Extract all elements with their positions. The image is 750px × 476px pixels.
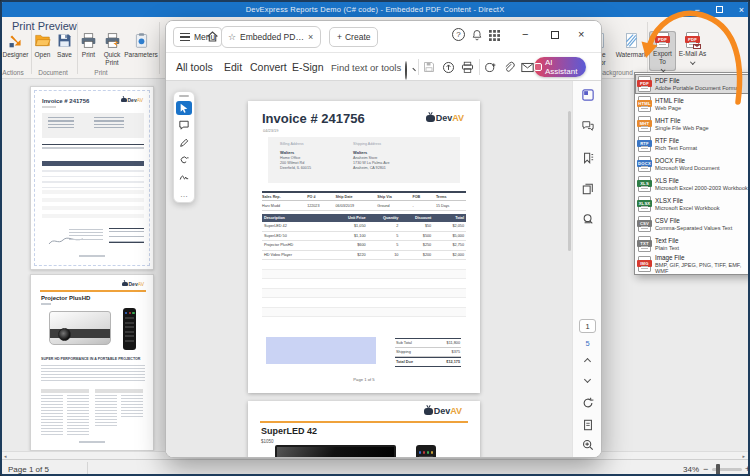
tab-close-icon[interactable]: × — [308, 32, 313, 42]
empty-row — [262, 270, 466, 280]
email-button[interactable] — [521, 62, 534, 73]
rotate-page-button[interactable] — [573, 397, 602, 409]
comments-panel-button[interactable] — [573, 120, 602, 132]
parameters-button[interactable]: Parameters — [126, 31, 156, 71]
open-button[interactable]: Open — [32, 31, 53, 71]
thumb-totals — [109, 228, 144, 243]
envelope-icon — [693, 44, 701, 50]
pdf-minimize-button[interactable]: − — [522, 28, 528, 40]
watermark-button[interactable]: Watermark — [615, 31, 648, 71]
help-button[interactable]: ? — [452, 28, 465, 41]
menu-item-html-file[interactable]: HTML HTML FileWeb Page — [635, 94, 750, 114]
tool-palette: … — [173, 91, 195, 203]
menu-item-csv-file[interactable]: CSV CSV FileComma-Separated Values Text — [635, 214, 750, 234]
pdf-close-button[interactable]: × — [578, 28, 584, 40]
quick-print-button[interactable]: Quick Print — [99, 31, 125, 71]
add-stamp-button[interactable] — [484, 61, 497, 74]
save-button[interactable]: Save — [54, 31, 75, 71]
page-footer: Page 1 of 5 — [248, 377, 480, 382]
minimize-button[interactable]: − — [694, 5, 699, 15]
chevron-down-icon — [690, 59, 695, 64]
menu-item-pdf-file[interactable]: PDF PDF FileAdobe Portable Document Form… — [635, 74, 750, 94]
pencil-tool-button[interactable] — [176, 136, 192, 150]
search-icon[interactable] — [405, 61, 407, 80]
invoice-items-table: Description Unit Price Quantity Discount… — [262, 214, 466, 317]
group-label-print: Print — [66, 69, 136, 76]
email-as-button[interactable]: PDF E-Mail As — [678, 31, 707, 71]
menu-item-xlsx-file[interactable]: XLSX XLSX FileMicrosoft Excel Workbook — [635, 194, 750, 214]
pdf-document-area: … Invoice # 241756 04/23/19 Dev AV Billi… — [166, 81, 574, 458]
text-line-placeholder — [41, 303, 51, 305]
fit-page-button[interactable] — [573, 419, 602, 431]
nav-all-tools[interactable]: All tools — [176, 61, 213, 73]
zoom-slider-thumb[interactable] — [716, 464, 720, 475]
stamp-panel-button[interactable] — [573, 213, 602, 225]
menu-item-rtf-file[interactable]: RTF RTF FileRich Text Format — [635, 134, 750, 154]
select-tool-button[interactable] — [176, 101, 192, 115]
nav-convert[interactable]: Convert — [250, 61, 287, 73]
invoice-info-table: Sales Rep. PO # Ship Date Ship Via FOB T… — [262, 191, 466, 211]
window-titlebar: DevExpress Reports Demo (C# code) - Embe… — [2, 2, 748, 17]
thumbnail-page-1[interactable]: Invoice # 241756 DevAV — [30, 86, 154, 270]
notifications-button[interactable] — [471, 29, 483, 41]
xls-file-icon: XLS — [638, 176, 651, 192]
create-tab-button[interactable]: + Create — [329, 27, 378, 47]
previous-page-button[interactable] — [573, 359, 602, 364]
open-folder-icon — [34, 32, 51, 49]
sign-tool-button[interactable] — [176, 170, 192, 184]
thumb-specs-header — [41, 389, 89, 393]
menu-item-xls-file[interactable]: XLS XLS FileMicrosoft Excel 2000-2003 Wo… — [635, 174, 750, 194]
link-attach-button[interactable] — [503, 61, 516, 74]
export-to-button[interactable]: PDF Export To — [649, 31, 676, 71]
more-tools-button[interactable]: … — [176, 188, 192, 202]
page-number-input[interactable]: 1 — [579, 319, 596, 333]
menu-item-mht-file[interactable]: MHT MHT FileSingle File Web Page — [635, 114, 750, 134]
ai-assistant-button[interactable]: AI Assistant — [534, 57, 586, 77]
menu-item-text-file[interactable]: TXT Text FilePlain Text — [635, 234, 750, 254]
highlight-tool-button[interactable] — [176, 153, 192, 167]
rtf-file-icon: RTF — [638, 136, 651, 152]
invoice-totals: Sub Total$11,800 Shipping$375 Total Due$… — [395, 338, 461, 367]
toolbar-separator — [479, 59, 480, 75]
thumbnail-page-2[interactable]: DevAV Projector PlusHD SUPER HD PERFORMA… — [30, 274, 154, 451]
zoom-in-button[interactable]: + — [745, 464, 750, 474]
bookmarks-panel-button[interactable] — [573, 152, 602, 164]
print-document-button[interactable] — [461, 61, 474, 74]
share-upload-button[interactable] — [442, 61, 455, 74]
tv-logo-icon — [424, 408, 433, 415]
window-controls: − × — [694, 2, 744, 17]
menu-item-docx-file[interactable]: DOCX DOCX FileMicrosoft Word Document — [635, 154, 750, 174]
pdf-toolbar: All tools Edit Convert E-Sign Find text … — [166, 53, 601, 81]
menu-item-image-file[interactable]: IMG Image FileBMP, GIF, JPEG, PNG, TIFF,… — [635, 254, 750, 274]
text-line-placeholder — [48, 117, 74, 131]
find-text-label[interactable]: Find text or tools — [331, 62, 401, 73]
email-pdf-icon: PDF — [686, 32, 699, 48]
zoom-in-button[interactable] — [573, 439, 602, 451]
nav-edit[interactable]: Edit — [224, 61, 242, 73]
export-pdf-icon: PDF — [656, 32, 669, 48]
save-file-button[interactable] — [423, 61, 435, 73]
comment-tool-button[interactable] — [176, 118, 192, 132]
apps-grid-icon[interactable] — [489, 30, 500, 41]
tab-embedded-pdf-content[interactable]: ☆ Embedded PDF Content... × — [221, 26, 321, 48]
close-button[interactable]: × — [739, 5, 744, 15]
pdf-right-panel: 1 5 — [572, 81, 601, 458]
next-page-button[interactable] — [573, 377, 602, 382]
preview-panel: Invoice # 241756 DevAV DevAV Projector P… — [2, 80, 165, 451]
vertical-scrollbar[interactable] — [568, 111, 571, 251]
plus-icon: + — [337, 32, 342, 42]
pages-copy-panel-button[interactable] — [573, 183, 602, 195]
print-button[interactable]: Print — [78, 31, 99, 71]
designer-button[interactable]: Designer — [2, 31, 29, 71]
shipping-address: Shipping Address Walters Anaheim Store 1… — [353, 142, 389, 183]
projector-image — [49, 311, 111, 345]
text-line-placeholder — [67, 395, 89, 435]
palette-drag-handle[interactable] — [179, 95, 189, 97]
home-button[interactable] — [206, 30, 219, 43]
chevron-down-icon — [660, 67, 665, 72]
maximize-button[interactable] — [716, 6, 723, 13]
nav-e-sign[interactable]: E-Sign — [292, 61, 324, 73]
zoom-out-button[interactable]: − — [703, 464, 708, 474]
pdf-maximize-button[interactable] — [551, 31, 559, 39]
page-panels-button[interactable] — [573, 89, 602, 101]
